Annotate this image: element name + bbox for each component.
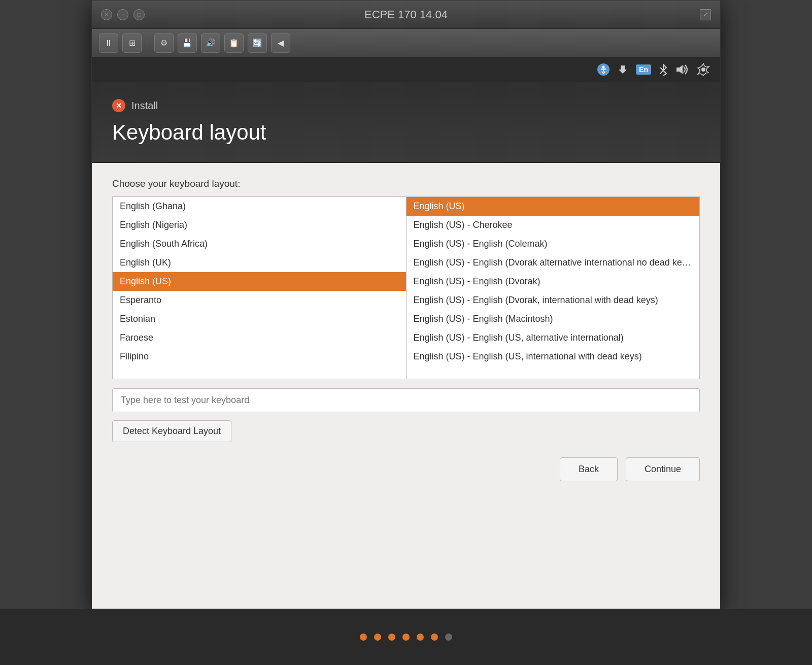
title-bar: ✕ − □ ECPE 170 14.04 ⤢ [92,1,720,29]
install-header: ✕ Install Keyboard layout [92,82,720,163]
window-controls: ✕ − □ [101,9,145,20]
list-item[interactable]: English (Ghana) [113,197,406,216]
choose-keyboard-label: Choose your keyboard layout: [112,178,700,189]
list-item[interactable]: English (Nigeria) [113,216,406,235]
close-window-button[interactable]: ✕ [101,9,112,20]
back-toolbar-button[interactable]: ◀ [271,34,290,53]
svg-point-8 [701,68,705,72]
minimize-window-button[interactable]: − [117,9,128,20]
svg-marker-7 [676,65,683,74]
list-item[interactable]: English (US) - English (US, internationa… [407,347,700,366]
continue-button[interactable]: Continue [626,457,700,481]
list-item[interactable]: English (US) [407,197,700,216]
list-item[interactable]: English (US) - English (US, alternative … [407,328,700,347]
progress-dot [402,634,410,641]
toolbar: ⏸ ⊞ ⚙ 💾 🔊 📋 🔄 ◀ [92,29,720,57]
keyboard-lists-container: English (Ghana)English (Nigeria)English … [112,196,700,379]
maximize-window-button[interactable]: □ [133,9,145,20]
list-item[interactable]: Filipino [113,347,406,366]
progress-dot [431,634,438,641]
svg-point-1 [602,66,605,69]
pause-button[interactable]: ⏸ [99,34,118,53]
resize-button[interactable]: ⤢ [700,9,711,20]
transfer-icon[interactable] [617,63,629,76]
sys-tray: En [92,57,720,82]
list-item[interactable]: English (US) - English (Dvorak) [407,272,700,291]
navigation-buttons: Back Continue [112,457,700,481]
list-item[interactable]: English (US) [113,272,406,291]
list-item[interactable]: English (US) - English (Dvorak alternati… [407,253,700,272]
page-title: Keyboard layout [112,120,700,145]
list-item[interactable]: English (US) - Cherokee [407,216,700,235]
svg-marker-6 [619,65,627,74]
list-item[interactable]: Estonian [113,310,406,328]
list-item[interactable]: Esperanto [113,291,406,310]
progress-dot [388,634,395,641]
install-title-bar: ✕ Install [112,99,700,112]
bottom-taskbar [0,609,812,665]
list-item[interactable]: Faroese [113,328,406,347]
list-item[interactable]: English (US) - English (Colemak) [407,235,700,253]
keyboard-test-input[interactable] [112,388,700,412]
toolbar-separator-1 [148,36,148,51]
system-settings-icon[interactable] [697,63,710,76]
list-item[interactable]: English (South Africa) [113,235,406,253]
audio-button[interactable]: 🔊 [201,34,220,53]
install-label: Install [131,100,158,112]
progress-dot [360,634,367,641]
main-window: ✕ − □ ECPE 170 14.04 ⤢ ⏸ ⊞ ⚙ 💾 🔊 📋 🔄 ◀ [91,0,721,609]
install-close-button[interactable]: ✕ [112,99,125,112]
screen-button[interactable]: ⊞ [122,34,142,53]
settings-button[interactable]: ⚙ [154,34,174,53]
main-content: Choose your keyboard layout: English (Gh… [92,163,720,496]
window-title: ECPE 170 14.04 [364,8,448,21]
progress-dot [417,634,424,641]
progress-dot [374,634,381,641]
clipboard-button[interactable]: 📋 [224,34,244,53]
accessibility-icon[interactable] [597,63,610,76]
progress-dot [445,634,452,641]
disk-button[interactable]: 💾 [178,34,197,53]
list-item[interactable]: English (US) - English (Macintosh) [407,310,700,328]
detect-keyboard-layout-button[interactable]: Detect Keyboard Layout [112,420,231,442]
back-button[interactable]: Back [560,457,618,481]
language-list-panel[interactable]: English (Ghana)English (Nigeria)English … [113,197,407,379]
volume-icon[interactable] [675,64,690,75]
bluetooth-icon[interactable] [658,63,668,76]
list-item[interactable]: English (UK) [113,253,406,272]
layout-variant-list-panel[interactable]: English (US)English (US) - CherokeeEngli… [407,197,700,379]
list-item[interactable]: English (US) - English (Dvorak, internat… [407,291,700,310]
language-badge[interactable]: En [636,64,651,75]
refresh-button[interactable]: 🔄 [248,34,267,53]
